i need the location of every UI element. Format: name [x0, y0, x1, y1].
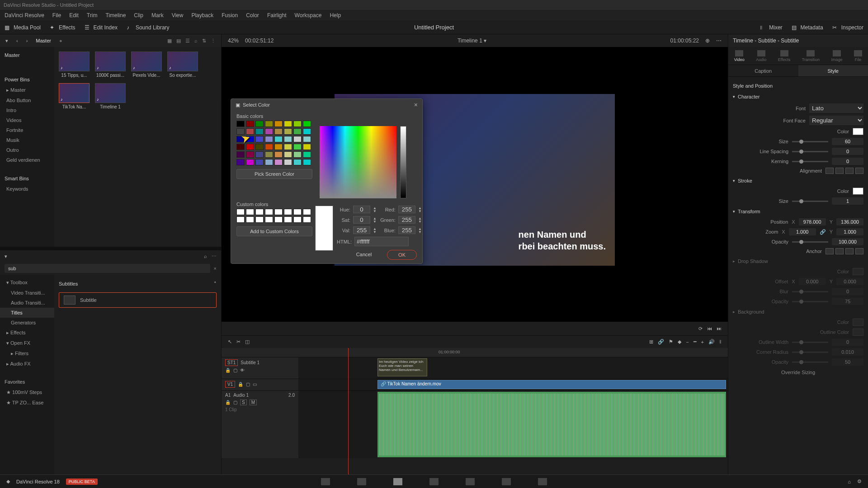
menu-item[interactable]: Clip	[134, 12, 143, 19]
basic-swatch[interactable]	[246, 136, 254, 142]
ok-button[interactable]: OK	[387, 250, 417, 260]
menu-item[interactable]: View	[172, 12, 184, 19]
add-custom-button[interactable]: Add to Custom Colors	[236, 226, 312, 236]
spinner-icon[interactable]: ▲▼	[373, 227, 377, 234]
pos-y-input[interactable]: 136.000	[836, 218, 863, 225]
subtitle-clip[interactable]: Im heutigen Video zeige ich Euch wie man…	[377, 358, 427, 376]
menu-item[interactable]: Playback	[191, 12, 213, 19]
custom-swatch[interactable]	[284, 216, 292, 223]
nav-back[interactable]: ‹	[16, 38, 18, 43]
basic-swatch[interactable]	[236, 151, 245, 158]
red-input[interactable]	[398, 206, 415, 213]
stroke-size-slider[interactable]	[792, 201, 828, 202]
clip-item[interactable]: Pexels Vide...	[131, 52, 162, 78]
custom-swatch[interactable]	[255, 209, 264, 215]
custom-swatch[interactable]	[274, 216, 283, 223]
basic-swatch[interactable]	[246, 128, 254, 135]
link-icon[interactable]: 🔗	[820, 229, 826, 235]
custom-swatch[interactable]	[246, 209, 254, 215]
edit-index-button[interactable]: ☰Edit Index	[85, 24, 118, 31]
metadata-button[interactable]: ▤Metadata	[792, 24, 823, 31]
fx-search-input[interactable]	[5, 264, 210, 273]
clip-item[interactable]: TikTok Na...	[59, 83, 90, 109]
basic-swatch[interactable]	[303, 144, 311, 150]
menu-item[interactable]: Mark	[151, 12, 164, 19]
media-page-icon[interactable]	[321, 478, 330, 485]
prev-icon[interactable]: ⏮	[707, 326, 712, 331]
basic-swatch[interactable]	[265, 136, 273, 142]
menu-item[interactable]: Color	[246, 12, 259, 19]
section-header[interactable]: ▸Drop Shadow	[733, 256, 863, 267]
basic-swatch[interactable]	[274, 151, 283, 158]
pos-x-input[interactable]: 978.000	[799, 218, 826, 225]
view-list-icon[interactable]: ☰	[185, 38, 190, 44]
home-icon[interactable]: ⌂	[848, 479, 851, 484]
html-input[interactable]	[354, 237, 409, 246]
fx-category[interactable]: ▸ Filters	[0, 348, 54, 359]
favorite-item[interactable]: ★ 100mV Steps	[0, 387, 54, 398]
basic-swatch[interactable]	[284, 128, 292, 135]
dialog-close-button[interactable]: ×	[414, 101, 418, 108]
clip-item[interactable]: So exportie...	[167, 52, 198, 78]
menu-item[interactable]: Fusion	[222, 12, 238, 19]
hue-input[interactable]	[353, 206, 370, 213]
basic-swatch[interactable]	[274, 121, 283, 127]
basic-swatch[interactable]	[236, 121, 245, 127]
tool-icon[interactable]: ◫	[245, 339, 250, 345]
clip-item[interactable]: 15 Tipps, u...	[59, 52, 90, 78]
basic-swatch[interactable]	[236, 128, 245, 135]
basic-swatch[interactable]	[274, 136, 283, 142]
caption-tab[interactable]: Caption	[728, 65, 798, 76]
subtitle-effect-item[interactable]: Subtitle	[59, 292, 217, 308]
basic-swatch[interactable]	[274, 128, 283, 135]
spinner-icon[interactable]: ▲▼	[418, 217, 422, 223]
basic-swatch[interactable]	[293, 136, 302, 142]
zoom-slider[interactable]: ━	[693, 339, 697, 345]
custom-swatch[interactable]	[246, 216, 254, 223]
size-slider[interactable]	[792, 141, 828, 142]
custom-swatch[interactable]	[303, 209, 311, 215]
basic-swatch[interactable]	[255, 151, 264, 158]
basic-swatch[interactable]	[236, 144, 245, 150]
basic-swatch[interactable]	[284, 151, 292, 158]
solo-button[interactable]: S	[240, 399, 247, 405]
anchor-button[interactable]	[855, 248, 863, 254]
basic-swatch[interactable]	[255, 159, 264, 165]
font-select[interactable]: Lato	[809, 103, 863, 113]
marker-icon[interactable]: ◆	[678, 339, 681, 345]
basic-swatch[interactable]	[265, 121, 273, 127]
basic-swatch[interactable]	[255, 136, 264, 142]
basic-swatch[interactable]	[303, 128, 311, 135]
timeline-area[interactable]: 01:00:00:00 ST1Subtitle 1 🔒▢👁 Im heutige…	[222, 348, 728, 474]
color-swatch[interactable]	[853, 128, 863, 135]
cancel-button[interactable]: Cancel	[345, 250, 382, 260]
fairlight-page-icon[interactable]	[502, 478, 511, 485]
menu-item[interactable]: Workspace	[295, 12, 322, 19]
custom-swatch[interactable]	[265, 209, 273, 215]
edit-page-icon[interactable]	[393, 478, 402, 485]
inspector-tab-file[interactable]: File	[854, 50, 862, 62]
link-icon[interactable]: 🔗	[658, 339, 664, 345]
basic-swatch[interactable]	[265, 144, 273, 150]
spinner-icon[interactable]: ▲▼	[418, 227, 422, 234]
snap-icon[interactable]: ⊞	[649, 339, 653, 345]
view-thumb-icon[interactable]: ▦	[167, 38, 172, 44]
fusion-page-icon[interactable]	[429, 478, 439, 485]
custom-swatch[interactable]	[255, 216, 264, 223]
basic-swatch[interactable]	[255, 144, 264, 150]
inspector-tab-transition[interactable]: Transition	[802, 50, 820, 62]
inspector-tab-effects[interactable]: Effects	[778, 50, 790, 62]
tool-icon[interactable]: ✂	[236, 339, 241, 345]
box-icon[interactable]: ▭	[253, 382, 257, 387]
audio-clip[interactable]	[377, 392, 726, 457]
sat-input[interactable]	[353, 216, 370, 224]
bin-item[interactable]: Abo Button	[0, 95, 54, 105]
value-slider[interactable]	[400, 126, 406, 198]
section-header[interactable]: ▾Stroke	[733, 175, 863, 186]
track-badge[interactable]: ST1	[225, 359, 238, 366]
target-icon[interactable]: ▢	[246, 382, 250, 387]
basic-swatch[interactable]	[303, 136, 311, 142]
fx-category[interactable]: Generators	[0, 318, 54, 328]
basic-swatch[interactable]	[284, 144, 292, 150]
clip-item[interactable]: Timeline 1	[95, 83, 126, 109]
